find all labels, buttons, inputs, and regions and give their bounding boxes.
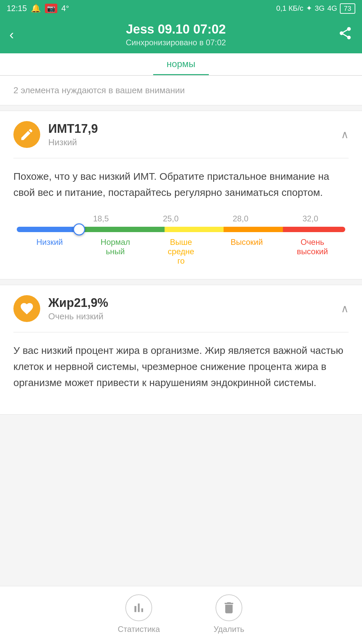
share-button[interactable] [335, 23, 355, 46]
header-title: Jess 09.10 07:02 [16, 22, 335, 37]
page-content: нормы 2 элемента нуждаются в вашем внима… [0, 53, 362, 475]
status-bar-right: 0,1 КБ/с ✦ 3G 4G 73 [276, 3, 355, 14]
bmi-description: Похоже, что у вас низкий ИМТ. Обратите п… [13, 168, 349, 201]
time: 12:15 [7, 4, 27, 13]
delete-icon [216, 594, 242, 621]
delete-button[interactable]: Удалить [214, 594, 244, 634]
status-bar: 12:15 🔔 📷 4° 0,1 КБ/с ✦ 3G 4G 73 [0, 0, 362, 17]
bmi-title-block: ИМТ17,9 Низкий [48, 122, 341, 148]
bmi-range-very-high: Оченьвысокий [280, 237, 345, 266]
bmi-chevron-icon: ∧ [341, 128, 349, 141]
bottom-bar: Статистика Удалить [0, 586, 362, 644]
fat-card: Жир21,9% Очень низкий ∧ У вас низкий про… [0, 285, 362, 415]
fat-chevron-icon: ∧ [341, 302, 349, 315]
bmi-range-high: Высокий [214, 237, 280, 266]
signal-4g: 4G [327, 4, 337, 13]
bmi-scale-label-2: 25,0 [163, 214, 179, 223]
header-center: Jess 09.10 07:02 Синхронизировано в 07:0… [16, 22, 335, 47]
notification-icon: 📷 [45, 4, 57, 13]
stats-button[interactable]: Статистика [118, 594, 160, 634]
fat-title: Жир21,9% [48, 296, 341, 310]
bmi-subtitle: Низкий [48, 137, 341, 148]
bmi-card-header[interactable]: ИМТ17,9 Низкий ∧ [0, 111, 362, 158]
stats-icon [125, 594, 152, 621]
fat-card-body: У вас низкий процент жира в организме. Ж… [0, 332, 362, 414]
bmi-scale-label-1: 18,5 [93, 214, 109, 223]
bmi-range-labels: Низкий Нормальный Вышесреднего Высокий О… [17, 237, 345, 266]
attention-bar: 2 элемента нуждаются в вашем внимании [0, 76, 362, 105]
fat-card-header[interactable]: Жир21,9% Очень низкий ∧ [0, 285, 362, 332]
bmi-scale-labels: 18,5 25,0 28,0 32,0 [17, 214, 345, 223]
fat-subtitle: Очень низкий [48, 311, 341, 322]
bluetooth-icon: ✦ [306, 4, 312, 13]
status-bar-left: 12:15 🔔 📷 4° [7, 4, 69, 13]
fat-title-block: Жир21,9% Очень низкий [48, 296, 341, 322]
bmi-title: ИМТ17,9 [48, 122, 341, 136]
bmi-track [17, 227, 345, 232]
fat-description: У вас низкий процент жира в организме. Ж… [13, 342, 349, 391]
bmi-icon [13, 121, 40, 148]
delete-label: Удалить [214, 625, 244, 634]
bmi-range-above: Вышесреднего [148, 237, 214, 266]
bmi-card: ИМТ17,9 Низкий ∧ Похоже, что у вас низки… [0, 111, 362, 279]
bmi-range-low: Низкий [17, 237, 82, 266]
signal-3g: 3G [315, 4, 324, 13]
temperature: 4° [61, 4, 69, 13]
attention-text: 2 элемента нуждаются в вашем внимании [13, 85, 185, 95]
bmi-scale-label-4: 32,0 [303, 214, 318, 223]
bmi-thumb [73, 223, 85, 235]
header: ‹ Jess 09.10 07:02 Синхронизировано в 07… [0, 17, 362, 53]
bmi-card-body: Похоже, что у вас низкий ИМТ. Обратите п… [0, 158, 362, 279]
tab-bar: нормы [0, 53, 362, 76]
data-speed: 0,1 КБ/с [276, 4, 303, 13]
tab-normy[interactable]: нормы [153, 59, 209, 75]
bmi-scale-label-3: 28,0 [233, 214, 248, 223]
bmi-range-normal: Нормальный [82, 237, 148, 266]
bell-icon: 🔔 [31, 4, 41, 13]
bmi-track-wrapper [17, 227, 345, 232]
header-subtitle: Синхронизировано в 07:02 [16, 38, 335, 47]
stats-label: Статистика [118, 625, 160, 634]
bmi-slider: 18,5 25,0 28,0 32,0 Низкий Нормальный Вы… [13, 214, 349, 269]
back-button[interactable]: ‹ [7, 24, 16, 45]
fat-icon [13, 295, 40, 322]
battery-icon: 73 [340, 3, 355, 14]
